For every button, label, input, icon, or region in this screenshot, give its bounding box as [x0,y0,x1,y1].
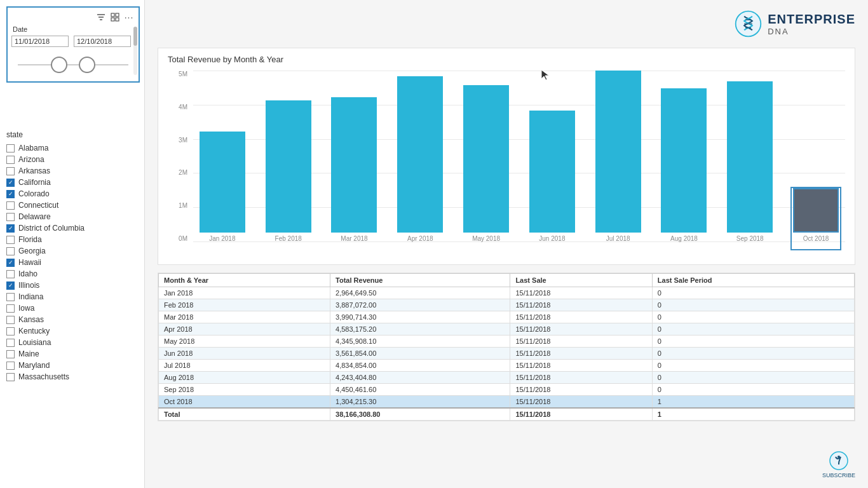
end-date-input[interactable] [74,36,131,47]
bar[interactable] [727,81,773,233]
state-item[interactable]: Kentucky [6,326,140,336]
chart-bars-area: Jan 2018Feb 2018Mar 2018Apr 2018May 2018… [193,71,845,242]
state-checkbox[interactable] [6,293,15,301]
state-item[interactable]: Alabama [6,143,140,153]
subscribe-text: SUBSCRIBE [822,472,855,478]
state-item[interactable]: Arkansas [6,166,140,176]
bar[interactable] [397,76,443,233]
state-item[interactable]: Idaho [6,269,140,279]
state-item[interactable]: Maryland [6,360,140,370]
table-cell: Jul 2018 [159,360,330,372]
subscribe-icon [829,451,849,471]
state-checkbox[interactable] [6,350,15,358]
state-name: Connecticut [18,201,58,210]
state-item[interactable]: District of Columbia [6,223,140,233]
table-cell: Jun 2018 [159,348,330,360]
bar-group[interactable]: Oct 2018 [787,71,845,242]
x-axis-label: Feb 2018 [275,235,302,242]
table-cell: 15/11/2018 [510,408,652,421]
state-item[interactable]: Indiana [6,292,140,302]
start-date-input[interactable] [11,36,69,47]
state-item[interactable]: Arizona [6,154,140,165]
state-item[interactable]: Colorado [6,189,140,199]
state-checkbox[interactable] [6,213,15,221]
state-checkbox[interactable] [6,224,15,233]
state-name: Iowa [18,304,34,313]
state-checkbox[interactable] [6,167,15,175]
state-checkbox[interactable] [6,259,15,267]
bar-group[interactable]: Apr 2018 [391,71,449,242]
bar-group[interactable]: Mar 2018 [325,71,384,242]
bar-group[interactable]: Jul 2018 [589,71,648,242]
table-cell: Sep 2018 [159,384,330,396]
state-item[interactable]: Illinois [6,280,140,290]
state-checkbox[interactable] [6,270,15,278]
state-checkbox[interactable] [6,339,15,347]
filter-icon[interactable] [95,11,107,23]
logo-brand-line1: ENTERPRISE [768,12,855,27]
expand-icon[interactable] [109,11,121,23]
state-checkbox[interactable] [6,362,15,370]
bar-group[interactable]: Aug 2018 [655,71,714,242]
state-item[interactable]: Georgia [6,246,140,256]
bar-group[interactable]: Sep 2018 [721,71,779,242]
state-checkbox[interactable] [6,373,15,381]
state-item[interactable]: California [6,177,140,187]
main-content: ENTERPRISE DNA Total Revenue by Month & … [145,0,868,488]
bar[interactable] [793,188,839,233]
bar[interactable] [266,100,311,233]
state-checkbox[interactable] [6,190,15,198]
state-item[interactable]: Kansas [6,315,140,325]
bar[interactable] [661,88,707,233]
state-checkbox[interactable] [6,179,15,187]
state-item[interactable]: Maine [6,349,140,359]
y-axis-label: 2M [168,169,190,176]
bar[interactable] [200,132,245,233]
bar-group[interactable]: Feb 2018 [259,71,318,242]
state-item[interactable]: Delaware [6,212,140,222]
bar[interactable] [463,85,509,233]
x-axis-label: Oct 2018 [803,235,829,242]
state-checkbox[interactable] [6,327,15,336]
bar[interactable] [331,97,377,233]
state-checkbox[interactable] [6,201,15,210]
subscribe-area[interactable]: SUBSCRIBE [822,451,855,478]
state-item[interactable]: Hawaii [6,257,140,268]
state-checkbox[interactable] [6,236,15,244]
table-cell: May 2018 [159,336,330,348]
state-checkbox[interactable] [6,316,15,324]
state-item[interactable]: Louisiana [6,337,140,348]
state-checkbox[interactable] [6,247,15,255]
date-slider[interactable] [11,52,135,78]
slider-handle-right[interactable] [79,57,95,73]
slider-handle-left[interactable] [51,57,67,73]
table-cell: Oct 2018 [159,396,330,409]
state-checkbox[interactable] [6,281,15,290]
date-panel-scrollbar[interactable] [133,27,137,75]
bar[interactable] [595,71,641,233]
table-row: May 20184,345,908.1015/11/20180 [159,336,855,348]
bar-group[interactable]: Jun 2018 [523,71,581,242]
state-checkbox[interactable] [6,144,15,152]
table-cell: 15/11/2018 [510,360,652,372]
x-axis-label: Apr 2018 [407,235,433,242]
table-header: Month & Year [159,274,330,287]
more-options-icon[interactable]: ··· [123,11,135,23]
state-item[interactable]: Connecticut [6,200,140,210]
state-item[interactable]: Iowa [6,303,140,313]
bar[interactable] [529,111,575,233]
table-cell: 4,834,854.00 [330,360,510,372]
y-axis-label: 0M [168,235,190,242]
table-row: Aug 20184,243,404.8015/11/20180 [159,372,855,384]
state-item[interactable]: Florida [6,234,140,245]
state-item[interactable]: Massachusetts [6,372,140,382]
table-cell: 0 [652,372,854,384]
bar-group[interactable]: Jan 2018 [193,71,252,242]
table-cell: 15/11/2018 [510,384,652,396]
table-cell: 0 [652,299,854,311]
bar-group[interactable]: May 2018 [457,71,515,242]
logo-area: ENTERPRISE DNA [734,10,855,38]
logo-icon [734,10,763,38]
state-checkbox[interactable] [6,304,15,313]
state-checkbox[interactable] [6,156,15,164]
